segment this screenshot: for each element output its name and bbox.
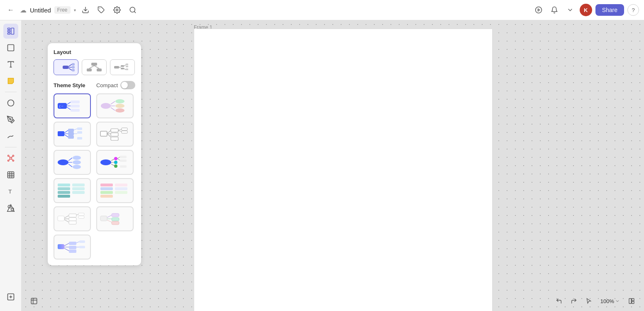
topbar-right: K Share ?: [532, 4, 639, 16]
chevron-down-button[interactable]: [564, 4, 576, 16]
layout-tree-btn[interactable]: [82, 59, 107, 75]
svg-rect-52: [121, 68, 124, 69]
theme-card-2[interactable]: [96, 93, 134, 118]
theme-card-11[interactable]: [54, 235, 91, 260]
redo-button[interactable]: [568, 295, 580, 307]
svg-line-110: [117, 157, 120, 159]
svg-rect-56: [126, 66, 128, 67]
theme-style-label: Theme Style: [54, 82, 85, 88]
layout-view-button[interactable]: [626, 295, 637, 307]
svg-line-67: [111, 101, 115, 104]
svg-rect-42: [72, 66, 75, 69]
bell-button[interactable]: [548, 4, 561, 16]
tag-button[interactable]: [95, 4, 107, 16]
tag-icon: [98, 6, 105, 14]
avatar-button[interactable]: K: [580, 4, 592, 16]
sidebar-item-sticky[interactable]: [3, 73, 18, 88]
sections-icon: [7, 27, 15, 35]
svg-rect-49: [114, 66, 119, 69]
svg-rect-157: [31, 298, 37, 304]
svg-rect-133: [69, 214, 76, 217]
theme-card-8[interactable]: [96, 178, 134, 203]
theme-card-5[interactable]: [54, 150, 91, 175]
layout-linear-btn[interactable]: [110, 59, 135, 75]
svg-line-97: [68, 158, 72, 161]
svg-rect-89: [111, 129, 118, 132]
sidebar-divider-2: [5, 147, 17, 147]
layout-mindmap-btn[interactable]: [54, 59, 78, 75]
sidebar-item-pen[interactable]: [3, 112, 18, 127]
svg-line-149: [64, 248, 69, 251]
svg-line-132: [64, 220, 69, 222]
theme-card-9[interactable]: [54, 206, 91, 231]
svg-line-4: [134, 11, 135, 12]
sidebar-item-mindmap[interactable]: [3, 151, 18, 166]
compact-toggle[interactable]: [120, 81, 135, 89]
play-button[interactable]: [532, 4, 545, 16]
layout-linear-icon: [113, 61, 132, 73]
sidebar-item-shape[interactable]: [3, 96, 18, 110]
pointer-button[interactable]: [583, 295, 595, 307]
bottombar-pages-btn[interactable]: [28, 295, 40, 307]
sidebar-item-frame[interactable]: [3, 40, 18, 55]
compact-row: Compact: [96, 81, 135, 89]
redo-icon: [571, 298, 577, 304]
zoom-display[interactable]: 100%: [598, 297, 622, 306]
search-button[interactable]: [127, 4, 139, 16]
shapes2-icon: [7, 204, 15, 212]
frame-canvas: [194, 29, 493, 311]
settings-button[interactable]: [111, 4, 123, 16]
sidebar-item-text2[interactable]: T: [3, 184, 18, 199]
sidebar-item-sections[interactable]: [3, 24, 18, 39]
theme-card-10[interactable]: [96, 206, 134, 231]
share-button[interactable]: Share: [595, 4, 624, 16]
sidebar-item-draw[interactable]: [3, 129, 18, 144]
theme-card-6[interactable]: [96, 150, 134, 175]
layout-title: Layout: [54, 49, 135, 55]
svg-rect-25: [7, 172, 14, 178]
svg-rect-116: [58, 187, 70, 190]
title-dropdown-icon[interactable]: ▾: [74, 8, 76, 12]
svg-rect-47: [87, 69, 92, 71]
add-frame-icon: [7, 293, 15, 301]
svg-rect-161: [632, 299, 634, 301]
svg-line-76: [64, 135, 68, 137]
download-button[interactable]: [79, 4, 92, 16]
theme-card-1[interactable]: ( ←: [54, 93, 91, 118]
theme-card-3[interactable]: [54, 122, 91, 147]
svg-line-91: [118, 130, 122, 132]
svg-rect-73: [58, 131, 64, 136]
svg-rect-51: [121, 65, 124, 67]
svg-rect-123: [100, 187, 113, 190]
svg-rect-95: [111, 137, 118, 140]
help-button[interactable]: ?: [627, 4, 639, 16]
svg-rect-125: [100, 195, 113, 198]
svg-point-71: [115, 104, 124, 108]
shape-icon: [7, 99, 15, 107]
svg-point-100: [73, 156, 81, 160]
svg-rect-135: [69, 221, 76, 224]
pen-icon: [7, 115, 15, 124]
svg-rect-121: [72, 191, 85, 194]
theme-card-4[interactable]: [96, 122, 134, 147]
svg-text:T: T: [8, 189, 12, 195]
back-button[interactable]: ←: [5, 4, 17, 16]
sidebar-bottom-icon[interactable]: [3, 289, 18, 304]
sidebar-item-table[interactable]: [3, 167, 18, 182]
sidebar-item-shapes2[interactable]: [3, 201, 18, 215]
theme-preview-5: [56, 152, 89, 173]
undo-button[interactable]: [553, 295, 565, 307]
svg-rect-138: [78, 216, 84, 218]
svg-line-88: [107, 134, 111, 137]
sidebar-item-text[interactable]: [3, 57, 18, 72]
svg-rect-150: [69, 242, 76, 245]
svg-line-90: [118, 129, 122, 130]
theme-card-7[interactable]: [54, 178, 91, 203]
svg-rect-113: [120, 159, 127, 162]
svg-rect-10: [11, 28, 14, 34]
theme-row: Theme Style Compact: [54, 81, 135, 89]
svg-rect-78: [68, 132, 74, 135]
layout-mindmap-icon: [57, 61, 75, 73]
canvas-area[interactable]: Frame 1 Layout: [22, 20, 644, 311]
layout-options: [54, 59, 135, 75]
